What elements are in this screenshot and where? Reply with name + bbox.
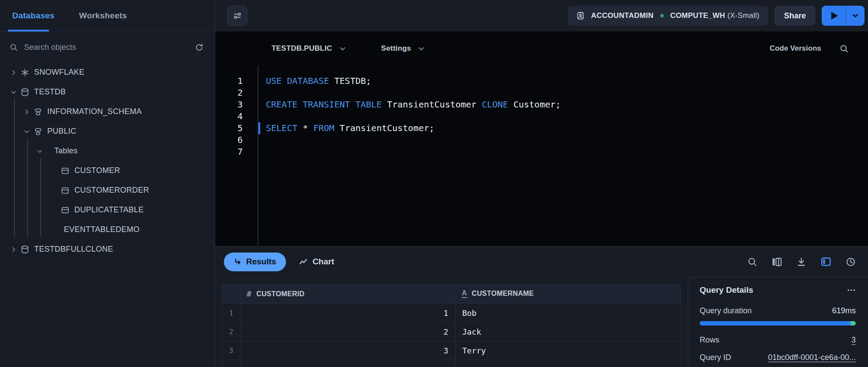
context-selector-label: TESTDB.PUBLIC (272, 44, 332, 53)
tab-databases[interactable]: Databases (12, 11, 55, 21)
run-button[interactable] (822, 6, 846, 26)
tab-chart[interactable]: Chart (299, 257, 335, 267)
results-grid: #CUSTOMERID ACUSTOMERNAME 1 1 Bob (222, 284, 681, 367)
play-icon (831, 12, 838, 20)
toggle-details-panel-icon[interactable] (821, 256, 831, 267)
chevron-right-icon (24, 109, 30, 115)
sidebar: Databases Worksheets SNOWFLAKE T (0, 0, 215, 367)
column-header-customername[interactable]: ACUSTOMERNAME (456, 284, 681, 304)
download-icon[interactable] (796, 257, 806, 267)
tree-item-testdbfullclone[interactable]: TESTDBFULLCLONE (0, 239, 215, 259)
worksheet-options-button[interactable] (227, 6, 248, 26)
tree-item-testdb[interactable]: TESTDB (0, 82, 215, 102)
table-header-row: #CUSTOMERID ACUSTOMERNAME (222, 284, 681, 304)
tree-item-label: SNOWFLAKE (34, 68, 84, 77)
cell-customerid[interactable]: 2 (241, 322, 456, 341)
line-number: 1 (215, 75, 243, 87)
warehouse-size: (X-Small) (727, 11, 760, 20)
tree-item-label: CUSTOMER (74, 166, 120, 175)
indent-guide (40, 158, 41, 237)
cell-customername[interactable]: Terry (456, 341, 681, 360)
tree-item-eventtabledemo[interactable]: EVENTTABLEDEMO (0, 220, 215, 239)
rows-count-link[interactable]: 3 (851, 336, 856, 345)
query-id-label: Query ID (700, 353, 731, 362)
text-cursor (258, 122, 260, 134)
chevron-down-icon (37, 148, 43, 154)
code-line-5: SELECT * FROM TransientCustomer; (266, 122, 868, 134)
editor-gutter: 1 2 3 4 5 6 7 (215, 66, 258, 246)
tab-worksheets[interactable]: Worksheets (79, 11, 127, 21)
tree-item-customer[interactable]: CUSTOMER (0, 161, 215, 180)
row-number: 1 (222, 304, 241, 322)
return-arrow-icon (234, 258, 241, 266)
sliders-icon (233, 11, 242, 20)
line-number: 7 (215, 146, 243, 158)
tree-item-customerorder[interactable]: CUSTOMERORDER (0, 180, 215, 200)
cell-customerid[interactable]: 3 (241, 341, 456, 360)
cell-customername[interactable]: Bob (456, 304, 681, 322)
cell-customername[interactable]: Jack (456, 322, 681, 341)
results-body: #CUSTOMERID ACUSTOMERNAME 1 1 Bob (215, 277, 868, 367)
table-row-partial (222, 360, 681, 367)
editor-code[interactable]: USE DATABASE TESTDB; CREATE TRANSIENT TA… (258, 66, 868, 246)
line-number: 2 (215, 87, 243, 99)
chevron-right-icon (10, 246, 17, 253)
run-button-group (822, 6, 865, 26)
query-id-link[interactable]: 01bc0dff-0001-ce6a-00... (768, 353, 856, 362)
search-input[interactable] (24, 43, 189, 52)
sidebar-tabs: Databases Worksheets (0, 0, 215, 32)
share-button[interactable]: Share (774, 6, 816, 26)
table-row: 2 2 Jack (222, 322, 681, 341)
cell-customerid[interactable]: 1 (241, 304, 456, 322)
line-number: 5 (215, 122, 243, 134)
code-line-6 (266, 134, 868, 146)
query-duration-label: Query duration (700, 306, 752, 315)
database-icon (21, 245, 30, 254)
results-table-area: #CUSTOMERID ACUSTOMERNAME 1 1 Bob (215, 277, 688, 367)
search-results-icon[interactable] (747, 257, 757, 267)
snowflake-db-icon (21, 68, 30, 77)
code-versions-button[interactable]: Code Versions (770, 44, 821, 53)
query-duration-bar (700, 321, 856, 325)
tree-item-duplicatetable[interactable]: DUPLICATETABLE (0, 200, 215, 220)
search-icon (10, 43, 18, 52)
code-line-1: USE DATABASE TESTDB; (266, 75, 868, 87)
worksheet-header-right: Code Versions (770, 44, 849, 53)
more-options-icon[interactable] (847, 286, 856, 294)
columns-icon[interactable] (772, 257, 782, 267)
tree-item-public[interactable]: PUBLIC (0, 121, 215, 141)
history-clock-icon[interactable] (846, 257, 856, 267)
results-toolbar-icons (747, 256, 856, 267)
worksheet-panel: TESTDB.PUBLIC Settings Code Versions (215, 31, 868, 246)
row-number: 3 (222, 341, 241, 360)
column-header-customerid[interactable]: #CUSTOMERID (241, 284, 456, 304)
run-options-button[interactable] (846, 6, 865, 26)
settings-selector[interactable]: Settings (381, 44, 425, 53)
sql-editor[interactable]: 1 2 3 4 5 6 7 USE DATABASE TESTDB; CREAT… (215, 66, 868, 246)
query-details-title: Query Details (700, 285, 753, 295)
cell-customername (456, 360, 681, 367)
context-selector[interactable]: TESTDB.PUBLIC (272, 44, 346, 53)
chevron-down-icon (339, 45, 346, 52)
rows-label: Rows (700, 336, 719, 345)
line-chart-icon (299, 258, 307, 266)
table-icon (61, 186, 70, 195)
tree-item-information-schema[interactable]: INFORMATION_SCHEMA (0, 102, 215, 121)
refresh-icon[interactable] (195, 43, 203, 52)
tree-item-label: EVENTTABLEDEMO (64, 225, 139, 234)
tab-results[interactable]: Results (224, 253, 286, 271)
tree-item-snowflake[interactable]: SNOWFLAKE (0, 62, 215, 82)
tree-item-tables-group[interactable]: Tables (0, 141, 215, 161)
chevron-right-icon (10, 69, 17, 76)
active-tab-underline (8, 30, 49, 31)
topbar: ACCOUNTADMIN COMPUTE_WH (X-Small) Share (215, 0, 868, 31)
code-line-4 (266, 111, 868, 122)
table-icon (61, 206, 70, 215)
role-label: ACCOUNTADMIN (591, 11, 654, 20)
editor-search-icon[interactable] (840, 44, 849, 53)
schema-icon (34, 127, 43, 136)
settings-label: Settings (381, 44, 411, 53)
tree-item-label: Tables (54, 146, 78, 156)
app-window: Databases Worksheets SNOWFLAKE T (0, 0, 868, 367)
role-warehouse-selector[interactable]: ACCOUNTADMIN COMPUTE_WH (X-Small) (568, 6, 768, 26)
